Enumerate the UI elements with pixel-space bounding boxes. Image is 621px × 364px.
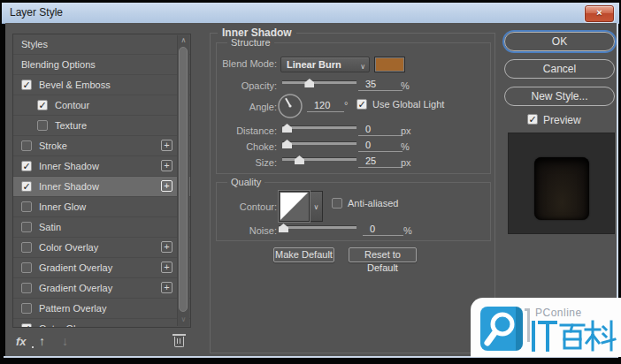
slider-thumb[interactable] <box>295 155 304 164</box>
effect-checkbox[interactable]: ✓ <box>21 323 32 328</box>
effects-toolbar: fx ↑ ↓ <box>12 332 191 355</box>
contour-label: Contour: <box>222 201 277 212</box>
effect-checkbox[interactable] <box>21 283 32 293</box>
style-list-item-stroke[interactable]: Stroke+ <box>13 136 190 156</box>
contour-thumbnail[interactable] <box>279 191 310 222</box>
style-item-label: Outer Glow <box>39 319 88 328</box>
scrollbar-thumb[interactable] <box>179 47 188 312</box>
style-item-label: Gradient Overlay <box>39 258 112 277</box>
add-effect-instance-icon[interactable]: + <box>161 160 172 171</box>
effect-checkbox[interactable] <box>21 242 32 253</box>
noise-input[interactable]: 0 <box>363 224 403 236</box>
style-list-item-gradient-overlay[interactable]: Gradient Overlay+ <box>13 258 190 278</box>
style-list-item-inner-shadow[interactable]: ✓Inner Shadow+ <box>13 156 190 177</box>
opacity-input[interactable]: 35 <box>358 79 402 91</box>
preview-checkbox[interactable]: ✓ <box>527 114 538 125</box>
style-list-item-blending-options[interactable]: Blending Options <box>13 55 190 75</box>
fx-menu-button[interactable]: fx <box>16 335 27 348</box>
structure-legend: Structure <box>227 37 274 48</box>
noise-slider[interactable] <box>279 223 356 231</box>
slider-thumb[interactable] <box>304 79 314 87</box>
slider-thumb[interactable] <box>279 224 288 232</box>
style-item-label: Inner Glow <box>39 197 86 216</box>
ok-button[interactable]: OK <box>504 32 615 51</box>
style-list-item-texture[interactable]: Texture <box>13 116 190 136</box>
effect-checkbox[interactable]: ✓ <box>21 80 32 90</box>
effect-checkbox[interactable] <box>21 303 32 314</box>
effect-checkbox[interactable] <box>37 120 48 131</box>
style-item-label: Texture <box>55 116 87 135</box>
delete-effect-icon[interactable] <box>174 337 184 347</box>
angle-input[interactable]: 120 <box>307 100 344 112</box>
watermark-brand: PConline <box>535 307 582 319</box>
effect-checkbox[interactable] <box>21 262 32 273</box>
choke-slider[interactable] <box>282 139 356 148</box>
effect-checkbox[interactable]: ✓ <box>21 161 32 171</box>
use-global-light-label: Use Global Light <box>372 99 444 110</box>
layer-style-window: Layer Style × StylesBlending Options✓Bev… <box>0 0 621 364</box>
preview-inner-shadow-square <box>534 157 589 220</box>
style-list-item-contour[interactable]: ✓Contour <box>13 95 190 116</box>
inner-shadow-panel: Inner Shadow Structure Blend Mode: Linea… <box>210 33 495 353</box>
style-list-item-pattern-overlay[interactable]: Pattern Overlay <box>13 299 190 319</box>
size-unit: px <box>401 157 411 168</box>
effect-checkbox[interactable] <box>21 222 32 232</box>
slider-thumb[interactable] <box>282 140 292 148</box>
slider-track[interactable] <box>282 158 356 161</box>
opacity-slider[interactable] <box>282 78 356 87</box>
style-list-item-outer-glow[interactable]: ✓Outer Glow <box>13 319 190 328</box>
style-list-item-inner-shadow[interactable]: ✓Inner Shadow+ <box>13 177 190 197</box>
angle-dial[interactable] <box>277 93 303 119</box>
angle-label: Angle: <box>222 102 277 112</box>
chevron-down-icon: ∨ <box>360 60 365 74</box>
add-effect-instance-icon[interactable]: + <box>161 241 172 253</box>
choke-input[interactable]: 0 <box>358 140 402 152</box>
style-list-item-bevel-emboss[interactable]: ✓Bevel & Emboss <box>13 75 190 95</box>
use-global-light-checkbox[interactable]: ✓ <box>356 99 367 110</box>
new-style-button[interactable]: New Style... <box>504 87 615 106</box>
quality-legend: Quality <box>227 177 264 187</box>
slider-track[interactable] <box>279 226 356 229</box>
style-item-label: Bevel & Emboss <box>39 75 111 95</box>
close-button[interactable]: × <box>585 5 614 22</box>
distance-slider[interactable] <box>282 123 356 132</box>
styles-list-rows: StylesBlending Options✓Bevel & Emboss✓Co… <box>13 34 190 328</box>
style-list-item-styles[interactable]: Styles <box>13 34 190 55</box>
effect-checkbox[interactable] <box>21 140 32 151</box>
slider-track[interactable] <box>282 81 356 84</box>
title-bar[interactable]: Layer Style × <box>2 3 619 24</box>
style-list-item-inner-glow[interactable]: Inner Glow <box>13 197 190 217</box>
scroll-up-icon[interactable]: ∧ <box>178 35 189 46</box>
size-input[interactable]: 25 <box>358 155 402 168</box>
styles-scrollbar[interactable]: ∧ ∨ <box>177 35 189 326</box>
add-effect-instance-icon[interactable]: + <box>161 282 172 293</box>
style-list-item-color-overlay[interactable]: Color Overlay+ <box>13 238 190 258</box>
cancel-button[interactable]: Cancel <box>504 59 615 79</box>
add-effect-instance-icon[interactable]: + <box>161 262 172 273</box>
distance-input[interactable]: 0 <box>358 124 402 136</box>
slider-track[interactable] <box>282 142 356 145</box>
anti-aliased-checkbox[interactable] <box>332 198 342 209</box>
shadow-color-swatch[interactable] <box>374 57 405 72</box>
effect-checkbox[interactable] <box>21 201 32 212</box>
contour-picker-chevron-icon[interactable]: ∨ <box>310 191 323 222</box>
style-item-label: Inner Shadow <box>39 156 99 176</box>
style-list-item-gradient-overlay[interactable]: Gradient Overlay+ <box>13 278 190 299</box>
add-effect-instance-icon[interactable]: + <box>161 140 172 151</box>
style-item-label: Satin <box>39 217 61 237</box>
size-slider[interactable] <box>282 155 356 163</box>
make-default-button[interactable]: Make Default <box>273 247 334 262</box>
blend-mode-value: Linear Burn <box>287 59 341 70</box>
blend-mode-select[interactable]: Linear Burn ∨ <box>280 57 370 72</box>
slider-thumb[interactable] <box>282 124 292 133</box>
add-effect-instance-icon[interactable]: + <box>161 180 172 192</box>
slider-track[interactable] <box>282 126 356 129</box>
move-effect-up-icon[interactable]: ↑ <box>39 334 45 348</box>
style-list-item-satin[interactable]: Satin <box>13 217 190 238</box>
distance-label: Distance: <box>222 125 277 136</box>
effect-checkbox[interactable]: ✓ <box>21 181 32 192</box>
reset-to-default-button[interactable]: Reset to Default <box>349 247 417 262</box>
effect-checkbox[interactable]: ✓ <box>37 100 48 110</box>
scroll-down-icon[interactable]: ∨ <box>178 315 189 325</box>
opacity-unit: % <box>401 80 410 91</box>
